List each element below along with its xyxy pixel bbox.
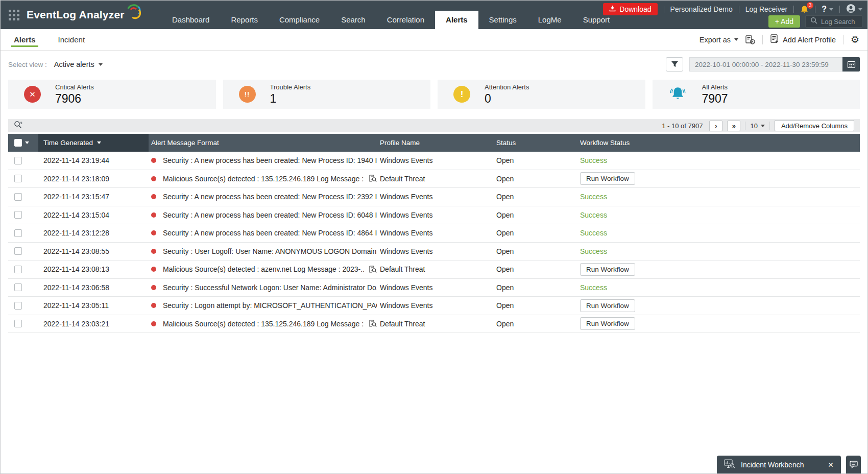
header-action-bar: + Add xyxy=(768,15,862,28)
user-menu[interactable] xyxy=(846,4,862,15)
profile-name: Windows Events xyxy=(377,156,493,164)
view-log-search-icon[interactable] xyxy=(369,266,377,273)
next-page-button[interactable]: › xyxy=(709,121,722,131)
feedback-chat-button[interactable] xyxy=(846,456,861,473)
help-menu[interactable]: ? xyxy=(822,5,833,14)
export-as-menu[interactable]: Export as xyxy=(700,36,738,44)
profile-name: Default Threat xyxy=(377,320,493,328)
row-checkbox[interactable] xyxy=(14,175,22,182)
row-checkbox[interactable] xyxy=(14,193,22,201)
apps-grid-icon[interactable] xyxy=(9,10,19,20)
card-value: 7906 xyxy=(55,92,94,106)
severity-dot-icon xyxy=(151,194,156,199)
card-value: 0 xyxy=(485,92,529,106)
summary-cards: ✕ Critical Alerts 7906 !! Trouble Alerts… xyxy=(1,78,867,109)
all-alerts-card[interactable]: All Alerts 7907 xyxy=(653,80,860,109)
column-header-time-generated[interactable]: Time Generated xyxy=(38,134,149,152)
view-log-search-icon[interactable] xyxy=(369,320,377,327)
severity-dot-icon xyxy=(151,321,156,326)
severity-dot-icon xyxy=(151,212,156,218)
row-checkbox[interactable] xyxy=(14,266,22,273)
add-button[interactable]: + Add xyxy=(768,15,800,28)
log-search-input[interactable] xyxy=(821,18,857,26)
table-row: 2022-11-14 23:08:55 Security : User Logo… xyxy=(8,243,860,261)
view-log-search-icon[interactable] xyxy=(369,175,377,182)
run-workflow-button[interactable]: Run Workflow xyxy=(580,317,635,330)
alert-status: Open xyxy=(493,301,576,310)
alert-message: Malicious Source(s) detected : 135.125.2… xyxy=(163,320,364,328)
app-logo[interactable]: EventLog Analyzer xyxy=(27,5,141,25)
funnel-icon xyxy=(671,61,679,68)
close-icon[interactable]: ✕ xyxy=(828,461,834,468)
nav-item-search[interactable]: Search xyxy=(330,11,376,29)
nav-item-logme[interactable]: LogMe xyxy=(527,11,572,29)
nav-item-reports[interactable]: Reports xyxy=(220,11,269,29)
severity-dot-icon xyxy=(151,176,156,181)
personalized-demo-link[interactable]: Personalized Demo xyxy=(670,5,733,13)
incident-workbench-bar[interactable]: Incident Workbench ✕ xyxy=(717,456,841,473)
tab-incident[interactable]: Incident xyxy=(58,29,85,50)
row-checkbox[interactable] xyxy=(14,283,22,291)
run-workflow-button[interactable]: Run Workflow xyxy=(580,172,635,185)
row-checkbox[interactable] xyxy=(14,211,22,219)
workflow-status-label: Success xyxy=(580,247,607,255)
subheader: AlertsIncident Export as Add Alert Profi… xyxy=(1,29,867,51)
nav-item-dashboard[interactable]: Dashboard xyxy=(161,11,220,29)
date-range-input[interactable] xyxy=(689,57,842,72)
log-receiver-link[interactable]: Log Receiver xyxy=(745,5,788,13)
user-avatar-icon xyxy=(846,4,856,15)
row-checkbox[interactable] xyxy=(14,157,22,164)
notification-count-badge: 3 xyxy=(807,2,813,9)
tab-alerts[interactable]: Alerts xyxy=(14,29,36,50)
workflow-status-label: Success xyxy=(580,193,607,201)
last-page-button[interactable]: » xyxy=(727,121,740,131)
chevron-down-icon xyxy=(858,8,862,11)
log-search-box[interactable] xyxy=(805,15,862,28)
notifications-bell-icon[interactable]: 3 xyxy=(800,5,809,14)
row-time: 2022-11-14 23:19:44 xyxy=(43,156,109,164)
gear-icon[interactable]: ⚙ xyxy=(851,35,859,44)
select-view-label: Select view : xyxy=(8,61,47,68)
alert-status: Open xyxy=(493,193,576,201)
workflow-status-label: Success xyxy=(580,156,607,164)
row-checkbox[interactable] xyxy=(14,320,22,327)
calendar-icon xyxy=(847,60,856,68)
table-search-icon[interactable] xyxy=(14,121,22,131)
nav-item-correlation[interactable]: Correlation xyxy=(376,11,435,29)
nav-item-alerts[interactable]: Alerts xyxy=(435,11,478,29)
calendar-button[interactable] xyxy=(842,57,860,72)
run-workflow-button[interactable]: Run Workflow xyxy=(580,299,635,312)
page-size-selector[interactable]: 10 xyxy=(750,122,764,130)
nav-item-settings[interactable]: Settings xyxy=(478,11,527,29)
row-checkbox[interactable] xyxy=(14,247,22,255)
view-selector[interactable]: Active alerts xyxy=(54,60,103,68)
alerts-table: 1 - 10 of 7907 › » 10 Add/Remove Columns… xyxy=(8,119,860,333)
attention-alerts-card[interactable]: ! Attention Alerts 0 xyxy=(438,80,645,109)
row-checkbox[interactable] xyxy=(14,229,22,237)
run-workflow-button[interactable]: Run Workflow xyxy=(580,263,635,276)
filter-row: Select view : Active alerts xyxy=(1,51,867,78)
table-row: 2022-11-14 23:15:04 Security : A new pro… xyxy=(8,206,860,225)
table-row: 2022-11-14 23:15:47 Security : A new pro… xyxy=(8,188,860,206)
add-remove-columns-button[interactable]: Add/Remove Columns xyxy=(775,120,854,131)
schedule-report-icon[interactable] xyxy=(745,35,755,44)
critical-alerts-card[interactable]: ✕ Critical Alerts 7906 xyxy=(8,80,216,109)
add-alert-profile-button[interactable]: Add Alert Profile xyxy=(770,34,836,45)
table-toolbar: 1 - 10 of 7907 › » 10 Add/Remove Columns xyxy=(8,119,860,132)
profile-name: Windows Events xyxy=(377,193,493,201)
alert-status: Open xyxy=(493,175,576,183)
row-checkbox[interactable] xyxy=(14,302,22,310)
column-header-alert-message: Alert Message Format xyxy=(149,139,377,147)
select-all-checkbox[interactable] xyxy=(14,139,22,147)
nav-item-compliance[interactable]: Compliance xyxy=(269,11,330,29)
profile-name: Windows Events xyxy=(377,211,493,219)
severity-dot-icon xyxy=(151,249,156,254)
table-body: 2022-11-14 23:19:44 Security : A new pro… xyxy=(8,152,860,333)
card-label: Trouble Alerts xyxy=(270,83,311,91)
filter-button[interactable] xyxy=(666,57,683,72)
download-button[interactable]: Download xyxy=(603,3,657,15)
trouble-alerts-card[interactable]: !! Trouble Alerts 1 xyxy=(223,80,431,109)
pagination: 1 - 10 of 7907 › » 10 Add/Remove Columns xyxy=(662,120,854,131)
add-profile-icon xyxy=(770,34,779,45)
select-menu-chevron-icon[interactable] xyxy=(25,141,29,144)
